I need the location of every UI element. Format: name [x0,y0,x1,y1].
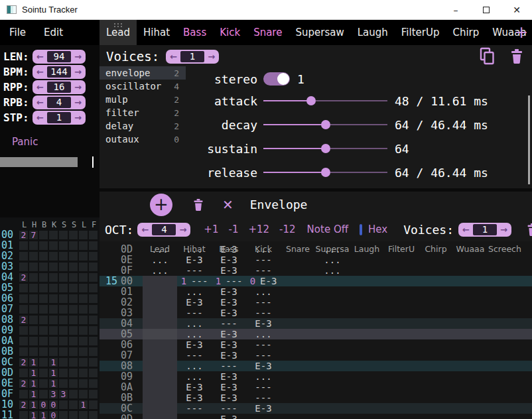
pattern-cell[interactable] [350,371,384,382]
instrument-voices-decrement-arrow-icon[interactable]: ← [166,50,180,64]
param-slider[interactable] [263,120,387,129]
order-cell[interactable] [59,241,68,250]
order-cell[interactable]: 1 [29,411,38,419]
order-cell[interactable] [59,347,68,356]
minimize-button[interactable]: – [440,0,471,19]
pattern-cell[interactable]: ... [315,255,350,265]
pattern-cell[interactable]: E-3 [177,255,212,265]
pattern-cell[interactable]: --- [177,350,212,361]
pattern-cell[interactable] [488,255,522,265]
pattern-cell[interactable] [350,244,384,255]
order-cell[interactable] [69,369,78,377]
tab-hihat[interactable]: Hihat [137,20,176,45]
transpose-minus12-button[interactable]: -12 [279,223,296,235]
pattern-cell[interactable]: --- [246,297,281,308]
pattern-cell[interactable] [350,350,384,361]
pattern-cell[interactable] [143,403,177,414]
order-cell[interactable] [59,316,68,324]
pattern-cell[interactable] [488,371,522,382]
order-cell[interactable] [39,379,48,388]
pattern-cell[interactable] [350,255,384,265]
pattern-cell[interactable] [488,286,522,297]
order-cell[interactable] [79,369,88,377]
transpose-plus12-button[interactable]: +12 [248,223,269,235]
tab-bass[interactable]: Bass [176,20,213,45]
order-cell[interactable] [49,347,58,356]
tab-laugh[interactable]: Laugh [351,20,395,45]
pattern-cell[interactable] [453,318,488,329]
pattern-cell[interactable] [143,297,177,308]
pattern-cell[interactable] [143,392,177,403]
menu-item-edit[interactable]: Edit [44,27,63,38]
order-cell[interactable] [29,273,38,282]
order-cell[interactable] [49,273,58,282]
order-cell[interactable] [49,284,58,292]
order-cell[interactable] [89,284,98,292]
order-cell[interactable]: 1 [49,379,58,388]
order-cell[interactable] [59,337,68,345]
order-cell[interactable] [19,347,28,356]
pattern-cell[interactable]: ... [246,371,281,382]
pattern-cell[interactable] [281,286,315,297]
order-cell[interactable]: 1 [49,369,58,377]
order-cell[interactable] [79,284,88,292]
pattern-cell[interactable] [488,392,522,403]
track-voices-decrement-arrow-icon[interactable]: ← [459,223,473,237]
pattern-cell[interactable] [281,265,315,276]
pattern-cell[interactable] [281,318,315,329]
pattern-cell[interactable] [419,371,453,382]
pattern-cell[interactable] [384,339,419,350]
delete-unit-button[interactable] [192,198,204,212]
order-cell[interactable] [89,316,98,324]
pattern-cell[interactable] [143,286,177,297]
pattern-cell[interactable]: ... [177,244,212,255]
pattern-cell[interactable]: E-3 [212,265,246,276]
order-cell[interactable]: 0 [49,400,58,409]
pattern-cell[interactable] [419,297,453,308]
pattern-cell[interactable] [453,265,488,276]
order-cell[interactable] [59,369,68,377]
order-cell[interactable] [79,305,88,314]
pattern-cell[interactable] [350,265,384,276]
order-cell[interactable] [49,241,58,250]
pattern-cell[interactable] [315,392,350,403]
order-cell[interactable] [39,231,48,239]
pattern-cell[interactable] [350,403,384,414]
order-cell[interactable] [39,305,48,314]
pattern-cell[interactable] [419,403,453,414]
order-cell[interactable] [69,379,78,388]
order-cell[interactable] [69,411,78,419]
pattern-cell[interactable]: --- [212,403,246,414]
pattern-cell[interactable] [419,265,453,276]
tab-chirp[interactable]: Chirp [446,20,486,45]
pattern-cell[interactable]: ... [315,265,350,276]
pattern-cell[interactable] [281,276,315,286]
params-scrollbar[interactable] [528,95,530,184]
pattern-cell[interactable] [350,414,384,419]
pattern-cell[interactable] [143,308,177,318]
maximize-button[interactable] [471,0,501,19]
pattern-cell[interactable]: ... [246,244,281,255]
stereo-toggle[interactable] [263,72,290,86]
pattern-cell[interactable] [143,361,177,371]
order-cell[interactable] [49,337,58,345]
tab-supersaw[interactable]: Supersaw [289,20,350,45]
unit-list-item-mulp[interactable]: mulp2 [100,93,186,106]
pattern-cell[interactable]: E-3 [177,382,212,392]
order-cell[interactable] [29,294,38,303]
tab-filterup[interactable]: FilterUp [395,20,446,45]
pattern-cell[interactable] [453,255,488,265]
pattern-cell[interactable] [350,276,384,286]
pattern-cell[interactable]: 1--- [212,276,246,286]
order-cell[interactable] [59,273,68,282]
tab-kick[interactable]: Kick [213,20,247,45]
pattern-cell[interactable]: E-3 [212,414,246,419]
order-cell[interactable] [69,390,78,398]
order-cell[interactable] [69,337,78,345]
order-cell[interactable] [79,252,88,261]
pattern-cell[interactable] [350,286,384,297]
add-unit-button[interactable]: + [150,194,172,216]
order-cell[interactable] [69,284,78,292]
pattern-cell[interactable] [488,265,522,276]
pattern-cell[interactable] [281,255,315,265]
